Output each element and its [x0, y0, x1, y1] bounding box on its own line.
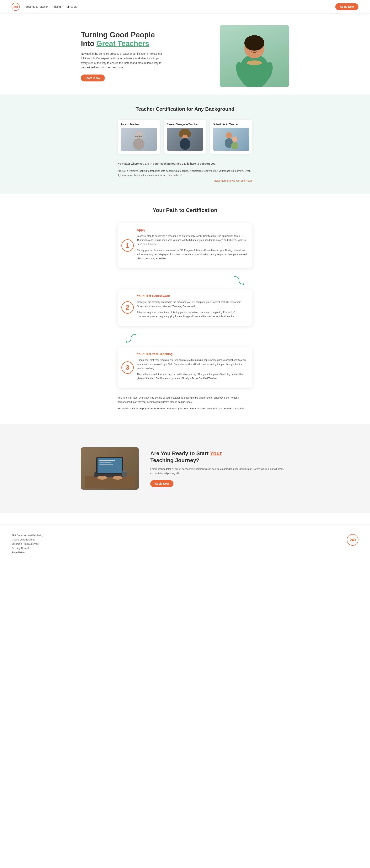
footer-links: EPP Complaint and Exit Policy Military C…	[11, 534, 43, 554]
card-career-change: Career Change to Teacher	[164, 120, 206, 154]
svg-point-6	[251, 48, 253, 50]
hero-description: Navigating the complex process of teache…	[81, 52, 162, 70]
svg-marker-23	[126, 341, 127, 343]
nav-become-teacher[interactable]: Become a Teacher	[25, 5, 48, 8]
step-2-text: Once you are formally enrolled in the pr…	[137, 300, 247, 318]
svg-point-17	[187, 131, 191, 137]
step-2-title: Your First Coursework	[137, 294, 247, 298]
card-career-image	[167, 128, 203, 151]
svg-rect-30	[99, 464, 113, 465]
step-3-title: Your First Year Teaching	[137, 352, 247, 356]
svg-point-16	[179, 131, 183, 137]
card-substitute: Substitute to Teacher	[210, 120, 252, 154]
step-3-card: 3 Your First Year Teaching During your f…	[118, 347, 252, 388]
footer-link-advisory[interactable]: Advisory Council	[11, 547, 43, 550]
backgrounds-section-title: Teacher Certification for Any Background	[110, 106, 260, 112]
svg-point-9	[133, 138, 145, 150]
svg-point-14	[180, 138, 190, 150]
nav-pricing[interactable]: Pricing	[52, 5, 61, 8]
path-section: Your Path to Certification 1 Apply Your …	[0, 194, 370, 424]
hero-title: Turning Good People Into Great Teachers	[81, 31, 162, 48]
svg-point-18	[226, 132, 232, 138]
backgrounds-bold-text: No matter where you are in your teaching…	[118, 161, 252, 166]
nav-talk-to-us[interactable]: Talk to Us	[65, 5, 77, 8]
footer-link-epp[interactable]: EPP Complaint and Exit Policy	[11, 534, 43, 537]
card-substitute-image	[213, 128, 249, 151]
step-1-number: 1	[121, 239, 134, 252]
cta-section-wrapper: Are You Ready to Start Your Teaching Jou…	[0, 424, 370, 513]
arrow-connector-2	[118, 334, 252, 343]
backgrounds-section: Teacher Certification for Any Background…	[98, 95, 272, 194]
cta-description: Lorem ipsum dolor sit amet, consectetur …	[150, 467, 289, 475]
footer: EPP Complaint and Exit Policy Military C…	[0, 524, 370, 563]
footer-logo: 240	[347, 534, 359, 546]
background-cards-row: Para to Teacher Career Change to Teacher	[110, 120, 260, 154]
svg-point-3	[247, 60, 262, 65]
card-career-label: Career Change to Teacher	[167, 123, 203, 126]
step-1-title: Apply	[137, 228, 247, 232]
card-substitute-label: Substitute to Teacher	[213, 123, 249, 126]
steps-container: 1 Apply Your first step to becoming a te…	[118, 223, 252, 388]
svg-rect-28	[99, 460, 115, 461]
card-para-to-teacher: Para to Teacher	[118, 120, 160, 154]
svg-point-21	[231, 142, 238, 149]
step-2-number: 2	[121, 301, 134, 314]
arrow-connector-1	[118, 276, 252, 285]
path-summary: This is a high level overview. The detai…	[118, 396, 252, 411]
cta-apply-now-button[interactable]: Apply Now	[150, 480, 173, 487]
substitute-illustration	[222, 129, 241, 150]
step-3-text: During your first year teaching, you wil…	[137, 358, 247, 380]
cta-title: Are You Ready to Start Your Teaching Jou…	[150, 450, 289, 464]
step-3-number: 3	[121, 362, 134, 374]
footer-link-accreditation[interactable]: Accreditation	[11, 551, 43, 554]
card-para-label: Para to Teacher	[121, 123, 157, 126]
backgrounds-para1: Are you a ParaPro looking to transition …	[118, 169, 252, 177]
svg-point-20	[232, 136, 237, 142]
svg-rect-29	[99, 462, 111, 463]
cta-laptop-illustration	[85, 449, 135, 488]
svg-point-32	[113, 476, 122, 479]
card-para-image	[121, 128, 157, 151]
hero-image	[220, 25, 289, 87]
navbar: 240 Become a Teacher Pricing Talk to Us …	[0, 0, 370, 14]
step-1-card: 1 Apply Your first step to becoming a te…	[118, 223, 252, 268]
para-teacher-illustration	[129, 129, 148, 150]
svg-rect-24	[85, 476, 135, 488]
nav-left: 240 Become a Teacher Pricing Talk to Us	[11, 3, 77, 11]
footer-link-field-supervisor[interactable]: Become a Field Supervisor	[11, 542, 43, 545]
svg-point-2	[244, 35, 264, 51]
backgrounds-section-wrapper: Teacher Certification for Any Background…	[0, 95, 370, 194]
step-1-text: Your first step to becoming a teacher is…	[137, 234, 247, 261]
hero-container: Turning Good People Into Great Teachers …	[69, 14, 301, 95]
nav-links: Become a Teacher Pricing Talk to Us	[25, 5, 77, 8]
svg-marker-22	[243, 283, 244, 285]
hero-title-line1: Turning Good People	[81, 31, 155, 39]
arrow-left-icon	[125, 334, 137, 343]
brand-logo[interactable]: 240	[11, 3, 20, 11]
hero-teacher-illustration	[229, 29, 279, 87]
svg-point-34	[122, 470, 126, 472]
path-summary-line1: This is a high level overview. The detai…	[118, 396, 252, 404]
path-section-title: Your Path to Certification	[11, 207, 359, 213]
step-2-card: 2 Your First Coursework Once you are for…	[118, 289, 252, 326]
backgrounds-text: No matter where you are in your teaching…	[118, 161, 252, 182]
hero-title-line2: Into	[81, 39, 96, 48]
path-summary-line2: We would love to help you better underst…	[118, 406, 252, 411]
arrow-right-icon	[233, 276, 245, 285]
career-teacher-illustration	[175, 129, 195, 150]
hero-title-highlight: Great Teachers	[96, 39, 149, 48]
read-more-link[interactable]: Read More Stories Just Like Yours	[118, 179, 252, 182]
cta-section: Are You Ready to Start Your Teaching Jou…	[69, 436, 301, 501]
nav-apply-now-button[interactable]: Apply Now	[335, 3, 359, 10]
hero-start-today-button[interactable]: Start Today	[81, 74, 105, 82]
hero-content: Turning Good People Into Great Teachers …	[81, 31, 162, 82]
svg-point-31	[97, 476, 107, 479]
footer-link-military[interactable]: Military Considerations	[11, 538, 43, 541]
cta-image	[81, 447, 139, 490]
hero-section: Turning Good People Into Great Teachers …	[0, 14, 370, 95]
cta-content: Are You Ready to Start Your Teaching Jou…	[150, 450, 289, 487]
svg-point-7	[256, 48, 258, 50]
